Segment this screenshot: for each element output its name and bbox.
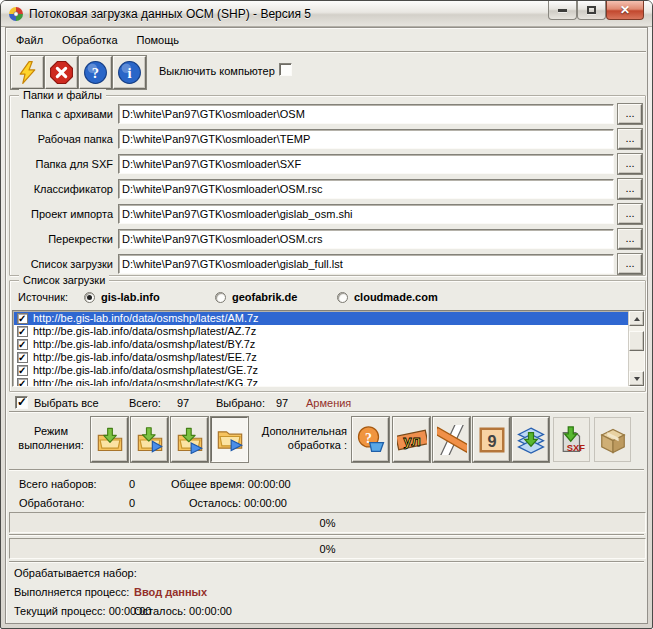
extra-layers-merge-button[interactable] — [512, 417, 549, 462]
url-list-item[interactable]: http://be.gis-lab.info/data/osmshp/lates… — [14, 325, 628, 338]
url-text: http://be.gis-lab.info/data/osmshp/lates… — [33, 351, 257, 363]
url-checkbox[interactable] — [17, 313, 28, 324]
folder-path-input[interactable]: D:\white\Pan97\GTK\osmloader\OSM.crs — [118, 229, 614, 249]
extra-sxf-export-button[interactable]: SXF — [553, 417, 590, 462]
mode-download-run-alt-button[interactable] — [171, 417, 208, 462]
url-checkbox[interactable] — [17, 378, 28, 387]
menu-bar: Файл Обработка Помощь — [7, 30, 646, 50]
total-label: Всего: — [129, 397, 161, 409]
browse-button[interactable]: ... — [618, 179, 642, 199]
radio-gislab[interactable] — [84, 292, 95, 303]
total-value: 97 — [177, 397, 189, 409]
radio-geofabrik-label[interactable]: geofabrik.de — [232, 291, 297, 303]
url-list-item[interactable]: http://be.gis-lab.info/data/osmshp/lates… — [14, 351, 628, 364]
url-checkbox[interactable] — [17, 339, 28, 350]
mode-run-button[interactable] — [211, 417, 248, 462]
folder-row: Перекрестки D:\white\Pan97\GTK\osmloader… — [18, 229, 642, 249]
folder-path-input[interactable]: D:\white\Pan97\GTK\osmloader\OSM.rsc — [118, 179, 614, 199]
browse-button[interactable]: ... — [618, 129, 642, 149]
svg-text:9: 9 — [487, 431, 496, 449]
radio-geofabrik[interactable] — [215, 292, 226, 303]
browse-button[interactable]: ... — [618, 254, 642, 274]
crossroads-icon — [437, 425, 467, 455]
help-button[interactable]: ? — [79, 56, 112, 89]
window-title: Потоковая загрузка данных ОСМ (SHP) - Ве… — [29, 7, 311, 21]
scroll-down-button[interactable] — [629, 371, 644, 386]
total-time-value: 00:00:00 — [248, 478, 291, 490]
radio-cloudmade[interactable] — [337, 292, 348, 303]
browse-button[interactable]: ... — [618, 229, 642, 249]
menu-file[interactable]: Файл — [7, 31, 53, 49]
arrow-down-icon — [634, 377, 640, 381]
processing-set-label: Обрабатывается набор: — [14, 567, 137, 579]
maximize-button[interactable] — [577, 1, 606, 20]
stop-button[interactable] — [45, 56, 78, 89]
time-left: Осталось: 00:00:00 — [134, 605, 232, 617]
folder-rows: Папка с архивами D:\white\Pan97\GTK\osml… — [18, 104, 642, 279]
browse-button[interactable]: ... — [618, 204, 642, 224]
svg-text:SXF: SXF — [566, 443, 584, 453]
chosen-value: 97 — [276, 397, 288, 409]
select-all-label: Выбрать все — [34, 397, 99, 409]
scroll-up-button[interactable] — [629, 311, 644, 326]
url-text: http://be.gis-lab.info/data/osmshp/lates… — [33, 312, 259, 324]
select-all-checkbox[interactable] — [15, 396, 28, 409]
radio-cloudmade-label[interactable]: cloudmade.com — [354, 291, 438, 303]
info-button[interactable]: i — [113, 56, 146, 89]
url-list-item[interactable]: http://be.gis-lab.info/data/osmshp/lates… — [14, 377, 628, 387]
browse-button[interactable]: ... — [618, 104, 642, 124]
progress-bar-current: 0% — [9, 538, 646, 559]
folder-row: Классификатор D:\white\Pan97\GTK\osmload… — [18, 179, 642, 199]
folder-path-input[interactable]: D:\white\Pan97\GTK\osmloader\gislab_osm.… — [118, 204, 614, 224]
mode-panel-top-separator — [9, 411, 644, 413]
mode-label: Режимвыполнения: — [13, 424, 89, 452]
package-icon — [598, 425, 628, 455]
url-list-item[interactable]: http://be.gis-lab.info/data/osmshp/lates… — [14, 312, 628, 325]
close-button[interactable]: ✕ — [606, 1, 644, 20]
start-button[interactable] — [11, 56, 44, 89]
extra-crossroads-button[interactable] — [433, 417, 470, 462]
url-checkbox[interactable] — [17, 352, 28, 363]
extra-unknown-objects-button[interactable]: ? — [352, 417, 389, 462]
scrollbar-thumb[interactable] — [629, 331, 644, 351]
url-list[interactable]: http://be.gis-lab.info/data/osmshp/lates… — [12, 310, 645, 387]
svg-text:i: i — [127, 65, 131, 81]
total-sets-value: 0 — [129, 478, 135, 490]
mode-download-run-button[interactable] — [131, 417, 168, 462]
menu-help[interactable]: Помощь — [128, 31, 190, 49]
extra-house-numbers-button[interactable]: 9 — [473, 417, 510, 462]
stop-icon — [49, 60, 74, 85]
unknown-object-icon: ? — [356, 425, 386, 455]
chosen-label: Выбрано: — [216, 397, 265, 409]
url-checkbox[interactable] — [17, 326, 28, 337]
folder-row-label: Классификатор — [18, 183, 118, 195]
folder-path-input[interactable]: D:\white\Pan97\GTK\osmloader\gislab_full… — [118, 254, 614, 274]
folder-path-input[interactable]: D:\white\Pan97\GTK\osmloader\SXF — [118, 154, 614, 174]
svg-text:ул: ул — [403, 431, 421, 448]
minimize-icon — [558, 9, 567, 12]
browse-button[interactable]: ... — [618, 154, 642, 174]
extra-package-button[interactable] — [594, 417, 631, 462]
total-sets-label: Всего наборов: — [19, 478, 97, 490]
url-checkbox[interactable] — [17, 365, 28, 376]
url-text: http://be.gis-lab.info/data/osmshp/lates… — [33, 364, 258, 376]
menu-processing[interactable]: Обработка — [53, 31, 127, 49]
folder-path-input[interactable]: D:\white\Pan97\GTK\osmloader\TEMP — [118, 129, 614, 149]
arrow-up-icon — [634, 317, 640, 321]
shutdown-checkbox[interactable] — [279, 63, 292, 76]
extra-processing-label: Дополнительнаяобработка : — [253, 424, 347, 452]
folder-path-input[interactable]: D:\white\Pan97\GTK\osmloader\OSM — [118, 104, 614, 124]
radio-gislab-label[interactable]: gis-lab.info — [101, 291, 160, 303]
vertical-scrollbar[interactable] — [628, 311, 644, 386]
folder-row: Список загрузки D:\white\Pan97\GTK\osmlo… — [18, 254, 642, 274]
folder-row-label: Папка для SXF — [18, 158, 118, 170]
maximize-icon — [587, 6, 596, 14]
folder-row: Папка с архивами D:\white\Pan97\GTK\osml… — [18, 104, 642, 124]
extra-street-names-button[interactable]: ул — [393, 417, 430, 462]
progress-bar-total: 0% — [9, 512, 646, 533]
app-icon — [8, 6, 24, 22]
mode-download-button[interactable] — [91, 417, 128, 462]
url-list-item[interactable]: http://be.gis-lab.info/data/osmshp/lates… — [14, 338, 628, 351]
minimize-button[interactable] — [548, 1, 577, 20]
url-list-item[interactable]: http://be.gis-lab.info/data/osmshp/lates… — [14, 364, 628, 377]
